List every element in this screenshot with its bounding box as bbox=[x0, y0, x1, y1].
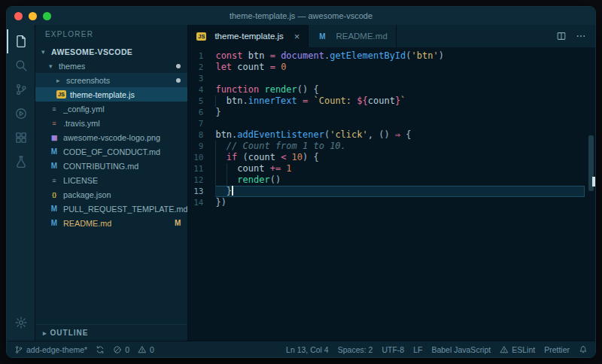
status-sync[interactable] bbox=[96, 345, 105, 354]
status-eol[interactable]: LF bbox=[413, 345, 422, 354]
md-file-icon: M bbox=[49, 162, 59, 171]
line-number: 14 bbox=[188, 197, 215, 208]
tab-theme-template-js[interactable]: JStheme-template.js× bbox=[188, 25, 309, 47]
overview-ruler-cursor bbox=[592, 177, 595, 187]
code-editor[interactable]: 1const btn = document.getElementById('bt… bbox=[188, 47, 595, 341]
tabs: JStheme-template.js×MREADME.md bbox=[188, 25, 396, 47]
tab-readme-md[interactable]: MREADME.md bbox=[309, 25, 396, 47]
status-label: 0 bbox=[125, 345, 129, 354]
activity-item-run[interactable] bbox=[7, 102, 35, 126]
tree-item-config-yml[interactable]: ≡_config.yml bbox=[35, 102, 187, 116]
testing-icon bbox=[14, 155, 28, 168]
code-line-13: 13 } bbox=[188, 186, 595, 197]
search-icon bbox=[14, 59, 28, 72]
tree-item-contributing-md[interactable]: MCONTRIBUTING.md bbox=[35, 159, 187, 173]
code-line-9: 9 // Count from 1 to 10. bbox=[188, 141, 595, 152]
status-git-branch[interactable]: add-edge-theme* bbox=[14, 345, 87, 354]
tree-item-themes[interactable]: ▾themes bbox=[35, 59, 187, 73]
line-number: 10 bbox=[188, 152, 215, 163]
tree-item-travis-yml[interactable]: ≡.travis.yml bbox=[35, 116, 187, 130]
code-line-5: 5 btn.innerText = `Count: ${count}` bbox=[188, 96, 595, 107]
indent-guide bbox=[215, 174, 216, 186]
close-button[interactable] bbox=[14, 12, 23, 20]
outline-label: OUTLINE bbox=[50, 329, 89, 337]
code-content: const btn = document.getElementById('btn… bbox=[215, 50, 585, 62]
code-line-6: 6} bbox=[188, 107, 595, 118]
activity-item-source-control[interactable] bbox=[7, 77, 35, 102]
line-number: 4 bbox=[188, 84, 215, 96]
split-editor-button[interactable] bbox=[556, 31, 567, 41]
tree-item-pull-request-template-md[interactable]: MPULL_REQUEST_TEMPLATE.md bbox=[35, 202, 187, 216]
code-content: btn.innerText = `Count: ${count}` bbox=[215, 96, 585, 107]
status-problems-errors[interactable]: 0 bbox=[113, 345, 129, 354]
tree-item-screenshots[interactable]: ▸screenshots bbox=[35, 73, 187, 87]
status-label: ESLint bbox=[512, 345, 535, 354]
activity-item-extensions[interactable] bbox=[7, 126, 35, 150]
code-content: render() bbox=[215, 174, 585, 186]
line-number: 2 bbox=[188, 62, 215, 73]
tab-label: README.md bbox=[336, 32, 387, 41]
code-line-12: 12 render() bbox=[188, 174, 595, 186]
tree-item-theme-template-js[interactable]: JStheme-template.js bbox=[35, 87, 187, 102]
status-notifications[interactable] bbox=[579, 345, 588, 354]
split-editor-icon bbox=[556, 31, 567, 41]
extensions-icon bbox=[14, 131, 28, 144]
indent-guide bbox=[215, 96, 216, 107]
explorer-header: EXPLORER bbox=[35, 25, 187, 44]
indent-guide bbox=[215, 186, 216, 197]
status-cursor-position[interactable]: Ln 13, Col 4 bbox=[286, 345, 329, 354]
status-bar: add-edge-theme*00 Ln 13, Col 4Spaces: 2U… bbox=[7, 341, 595, 357]
status-problems-warnings[interactable]: 0 bbox=[138, 345, 154, 354]
yaml-file-icon: ≡ bbox=[49, 105, 59, 114]
tab-bar: JStheme-template.js×MREADME.md bbox=[188, 25, 595, 47]
text-cursor bbox=[232, 186, 233, 196]
code-content: if (count < 10) { bbox=[215, 152, 585, 163]
status-encoding[interactable]: UTF-8 bbox=[382, 345, 404, 354]
activity-bar-items bbox=[7, 29, 35, 311]
file-name: .travis.yml bbox=[63, 119, 100, 128]
status-label: 0 bbox=[150, 345, 154, 354]
run-icon bbox=[14, 107, 28, 120]
more-actions-button[interactable] bbox=[576, 31, 586, 41]
code-line-14: 14}) bbox=[188, 197, 595, 208]
status-label: Ln 13, Col 4 bbox=[286, 345, 329, 354]
close-icon[interactable]: × bbox=[294, 32, 300, 41]
file-name: README.md bbox=[63, 219, 111, 228]
line-number: 11 bbox=[188, 163, 215, 174]
maximize-button[interactable] bbox=[43, 12, 51, 20]
activity-item-explorer[interactable] bbox=[7, 29, 35, 53]
chevron-right-icon: ▸ bbox=[56, 77, 65, 84]
code-line-8: 8btn.addEventListener('click', () ⇒ { bbox=[188, 129, 595, 141]
code-content: let count = 0 bbox=[215, 62, 585, 73]
tree-item-awesome-vscode-logo-png[interactable]: ▦awesome-vscode-logo.png bbox=[35, 130, 187, 144]
tree-item-code-of-conduct-md[interactable]: MCODE_OF_CONDUCT.md bbox=[35, 144, 187, 159]
title-bar: theme-template.js — awesome-vscode bbox=[7, 7, 595, 25]
status-eslint[interactable]: ESLint bbox=[500, 345, 535, 354]
code-line-7: 7 bbox=[188, 118, 595, 129]
tree-item-awesome-vscode[interactable]: ▾AWESOME-VSCODE bbox=[35, 44, 187, 59]
indent-guide bbox=[227, 163, 227, 174]
status-indentation[interactable]: Spaces: 2 bbox=[338, 345, 373, 354]
outline-section[interactable]: ▸ OUTLINE bbox=[35, 324, 187, 341]
tree-item-readme-md[interactable]: MREADME.mdM bbox=[35, 216, 187, 230]
file-name: package.json bbox=[63, 190, 111, 199]
tree-item-package-json[interactable]: {}package.json bbox=[35, 187, 187, 202]
activity-item-search[interactable] bbox=[7, 53, 35, 77]
chevron-right-icon: ▸ bbox=[43, 329, 47, 337]
settings-icon bbox=[14, 316, 28, 329]
file-name: theme-template.js bbox=[70, 90, 135, 99]
status-prettier[interactable]: Prettier bbox=[544, 345, 570, 354]
yaml-file-icon: ≡ bbox=[49, 119, 59, 128]
workbench: EXPLORER ▾AWESOME-VSCODE▾themes▸screensh… bbox=[7, 25, 595, 341]
minimize-button[interactable] bbox=[29, 12, 37, 20]
code-line-3: 3 bbox=[188, 73, 595, 84]
activity-item-settings[interactable] bbox=[7, 311, 35, 335]
branch-icon bbox=[14, 345, 23, 354]
status-language-mode[interactable]: Babel JavaScript bbox=[431, 345, 491, 354]
code-lines: 1const btn = document.getElementById('bt… bbox=[188, 50, 595, 208]
json-file-icon: {} bbox=[49, 190, 59, 199]
scrollbar[interactable] bbox=[586, 47, 595, 341]
modified-dot-icon bbox=[176, 64, 181, 68]
activity-item-testing[interactable] bbox=[7, 150, 35, 174]
tree-item-license[interactable]: ≡LICENSE bbox=[35, 173, 187, 187]
